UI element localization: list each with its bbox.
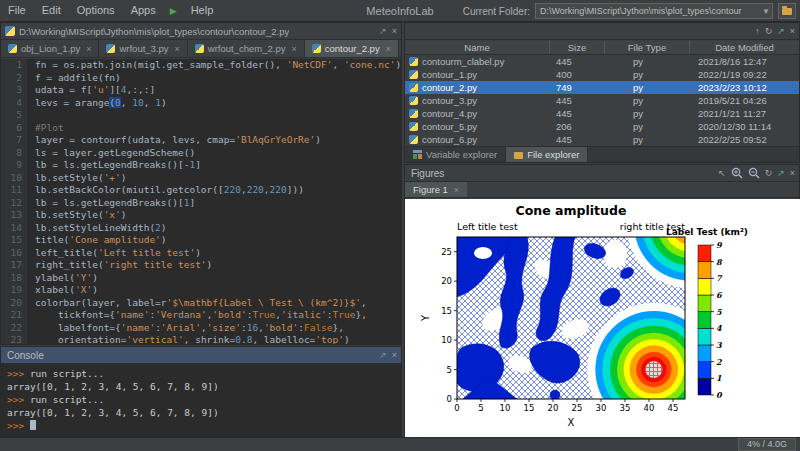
tab-file-explorer[interactable]: File explorer: [506, 147, 588, 162]
code-line: 12lb = ls.getLegendBreaks()[1]: [1, 197, 401, 210]
code-editor[interactable]: 1fn = os.path.join(migl.get_sample_folde…: [1, 59, 401, 344]
close-tab-icon[interactable]: ×: [384, 44, 391, 54]
tab-obj_Lion_1.py[interactable]: obj_Lion_1.py×: [1, 40, 99, 57]
code-line: 14lb.setStyleLineWidth(2): [1, 222, 401, 235]
menu-apps[interactable]: Apps: [123, 0, 164, 21]
refresh-icon[interactable]: ↻: [765, 25, 773, 37]
column-header-size[interactable]: Size: [550, 41, 605, 54]
code-line: 22 labelfont={'name':'Arial','size':16,'…: [1, 322, 401, 335]
close-panel-icon[interactable]: ×: [392, 25, 397, 37]
svg-text:30: 30: [596, 403, 607, 413]
figures-title: Figures: [409, 168, 444, 179]
python-file-icon: [312, 44, 321, 53]
svg-text:0: 0: [447, 394, 452, 404]
svg-text:15: 15: [524, 403, 535, 413]
python-file-icon: [409, 109, 418, 118]
code-line: 6#Plot: [1, 122, 401, 135]
folder-up-icon[interactable]: ↑: [755, 25, 760, 37]
code-line: 8ls = layer.getLegendScheme(): [1, 147, 401, 160]
svg-text:10: 10: [441, 335, 452, 345]
console-line: >>> run script...: [7, 393, 395, 406]
app-title: MeteoInfoLab: [366, 5, 433, 17]
statusbar: 4% / 4.0G: [0, 437, 800, 451]
code-line: 10lb.setStyle('+'): [1, 172, 401, 185]
explorer-tabs: Variable explorerFile explorer: [405, 146, 799, 162]
meteoinfolab-window: FileEditOptionsApps▶Help MeteoInfoLab Cu…: [0, 0, 800, 451]
rotate-icon[interactable]: ↻: [765, 167, 773, 179]
close-figure-icon[interactable]: ×: [452, 185, 459, 195]
close-panel-icon[interactable]: ×: [790, 167, 795, 179]
float-panel-icon[interactable]: ↗: [379, 349, 387, 361]
file-row-contour_5.py[interactable]: contour_5.py206py2020/12/30 11:14: [405, 120, 799, 133]
editor-panel: D:\Working\MIScript\Jython\mis\plot_type…: [0, 22, 402, 345]
current-folder-value: D:\Working\MIScript\Jython\mis\plot_type…: [540, 6, 760, 16]
code-line: 13lb.setStyle('x'): [1, 209, 401, 222]
menu-help[interactable]: Help: [183, 0, 222, 21]
console-line: array([0, 1, 2, 3, 4, 5, 6, 7, 8, 9]): [7, 406, 395, 419]
chevron-down-icon[interactable]: ▼: [760, 7, 770, 16]
close-panel-icon[interactable]: ×: [392, 349, 397, 361]
file-row-contour_3.py[interactable]: contour_3.py445py2019/5/21 04:26: [405, 94, 799, 107]
svg-text:5: 5: [478, 403, 483, 413]
console-output[interactable]: >>> run script...array([0, 1, 2, 3, 4, 5…: [1, 364, 401, 436]
select-arrow-icon[interactable]: ↖: [718, 167, 726, 179]
svg-text:5: 5: [447, 365, 452, 375]
column-header-file-type[interactable]: File Type: [605, 41, 690, 54]
contour-figure: 0510152025303540450510152025 Cone amplit…: [405, 199, 800, 440]
editor-header: D:\Working\MIScript\Jython\mis\plot_type…: [1, 23, 401, 40]
close-panel-icon[interactable]: ×: [790, 25, 795, 37]
file-row-contour_4.py[interactable]: contour_4.py445py2021/1/21 11:27: [405, 107, 799, 120]
editor-file-path: D:\Working\MIScript\Jython\mis\plot_type…: [15, 26, 289, 37]
file-explorer-panel: ↑ ↻ ↗ × NameSizeFile TypeDate Modified c…: [404, 22, 800, 163]
float-panel-icon[interactable]: ↗: [777, 167, 785, 179]
close-tab-icon[interactable]: ×: [84, 44, 91, 54]
file-explorer-header: ↑ ↻ ↗ ×: [405, 23, 799, 40]
menu-file[interactable]: File: [0, 0, 34, 21]
figures-header: Figures ↖ ↻ ↗ ×: [405, 165, 799, 182]
float-panel-icon[interactable]: ↗: [379, 25, 387, 37]
plot-title: Cone amplitude: [516, 203, 627, 218]
code-lines: 1fn = os.path.join(migl.get_sample_folde…: [1, 59, 401, 344]
console-line: array([0, 1, 2, 3, 4, 5, 6, 7, 8, 9]): [7, 380, 395, 393]
code-line: 18ylabel('Y'): [1, 272, 401, 285]
tab-wrfout_3.py[interactable]: wrfout_3.py×: [99, 40, 187, 57]
python-file-icon: [106, 44, 115, 53]
plot-left-title: Left title test: [457, 221, 518, 232]
float-panel-icon[interactable]: ↗: [777, 25, 785, 37]
colorbar-label: Label Test (km²): [666, 227, 748, 237]
close-tab-icon[interactable]: ×: [173, 44, 180, 54]
run-script-icon[interactable]: ▶: [164, 6, 183, 16]
python-file-icon: [409, 57, 418, 66]
tab-variable-explorer[interactable]: Variable explorer: [405, 147, 506, 162]
file-row-contour_2.py[interactable]: contour_2.py749py2023/2/23 10:12: [405, 81, 799, 94]
browse-folder-button[interactable]: [778, 3, 796, 19]
current-folder-combobox[interactable]: D:\Working\MIScript\Jython\mis\plot_type…: [535, 3, 773, 19]
column-header-name[interactable]: Name: [405, 41, 550, 54]
current-folder-bar: Current Folder: D:\Working\MIScript\Jyth…: [463, 0, 796, 22]
tab-wrfout_chem_2.py[interactable]: wrfout_chem_2.py×: [188, 40, 305, 57]
file-row-contour_6.py[interactable]: contour_6.py445py2022/2/25 09:52: [405, 133, 799, 146]
svg-text:4: 4: [716, 323, 722, 333]
svg-text:0: 0: [454, 403, 459, 413]
python-file-icon: [5, 26, 15, 36]
close-tab-icon[interactable]: ×: [289, 44, 296, 54]
tab-contour_2.py[interactable]: contour_2.py×: [305, 40, 399, 57]
tab-figure-1[interactable]: Figure 1 ×: [405, 182, 467, 197]
figure-canvas[interactable]: 0510152025303540450510152025 Cone amplit…: [405, 199, 799, 436]
python-file-icon: [195, 44, 204, 53]
menu-edit[interactable]: Edit: [34, 0, 69, 21]
menu-options[interactable]: Options: [69, 0, 123, 21]
memory-indicator[interactable]: 4% / 4.0G: [738, 438, 796, 451]
python-file-icon: [409, 135, 418, 144]
folder-icon: [782, 8, 792, 15]
python-file-icon: [409, 96, 418, 105]
column-header-date-modified[interactable]: Date Modified: [690, 41, 799, 54]
file-row-contour_1.py[interactable]: contour_1.py400py2022/1/19 09:22: [405, 68, 799, 81]
zoom-out-icon[interactable]: [748, 167, 760, 179]
zoom-in-icon[interactable]: [731, 167, 743, 179]
console-panel: Console ↗ × >>> run script...array([0, 1…: [0, 346, 402, 437]
menu-items: FileEditOptionsApps▶Help: [0, 0, 221, 21]
svg-text:25: 25: [572, 403, 583, 413]
editor-tabbar: obj_Lion_1.py×wrfout_3.py×wrfout_chem_2.…: [1, 40, 401, 58]
file-row-contourm_clabel.py[interactable]: contourm_clabel.py445py2021/8/16 12:47: [405, 55, 799, 68]
